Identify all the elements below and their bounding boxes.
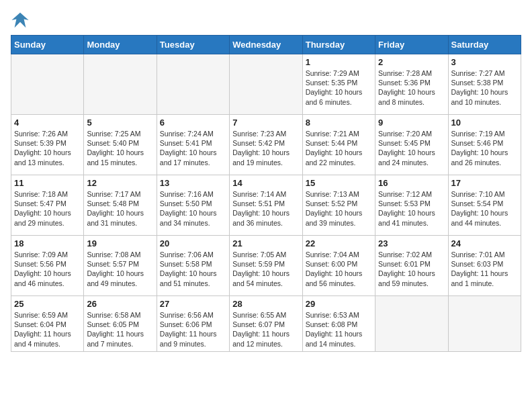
day-number: 14 xyxy=(232,178,299,188)
day-info: Sunrise: 7:08 AM Sunset: 5:57 PM Dayligh… xyxy=(87,250,153,288)
weekday-header: Tuesday xyxy=(157,36,229,54)
day-number: 20 xyxy=(160,238,226,248)
day-info: Sunrise: 7:17 AM Sunset: 5:48 PM Dayligh… xyxy=(87,189,153,228)
weekday-header: Friday xyxy=(375,36,448,54)
calendar-day-cell: 20Sunrise: 7:06 AM Sunset: 5:58 PM Dayli… xyxy=(157,236,229,296)
day-info: Sunrise: 7:14 AM Sunset: 5:51 PM Dayligh… xyxy=(232,189,299,228)
calendar-day-cell xyxy=(157,54,229,115)
calendar-day-cell: 1Sunrise: 7:29 AM Sunset: 5:35 PM Daylig… xyxy=(302,54,375,115)
calendar-day-cell: 6Sunrise: 7:24 AM Sunset: 5:41 PM Daylig… xyxy=(157,115,229,175)
calendar-week-row: 1Sunrise: 7:29 AM Sunset: 5:35 PM Daylig… xyxy=(11,54,521,115)
day-info: Sunrise: 7:13 AM Sunset: 5:52 PM Dayligh… xyxy=(306,189,372,228)
calendar-day-cell xyxy=(448,296,521,352)
day-info: Sunrise: 7:20 AM Sunset: 5:45 PM Dayligh… xyxy=(378,129,445,167)
calendar-day-cell: 11Sunrise: 7:18 AM Sunset: 5:47 PM Dayli… xyxy=(11,175,84,236)
day-info: Sunrise: 7:19 AM Sunset: 5:46 PM Dayligh… xyxy=(451,129,518,167)
weekday-header: Thursday xyxy=(302,36,375,54)
page-header xyxy=(11,11,521,30)
calendar-day-cell: 10Sunrise: 7:19 AM Sunset: 5:46 PM Dayli… xyxy=(448,115,521,175)
calendar-day-cell: 28Sunrise: 6:55 AM Sunset: 6:07 PM Dayli… xyxy=(230,296,302,352)
logo xyxy=(11,11,32,30)
calendar-day-cell: 8Sunrise: 7:21 AM Sunset: 5:44 PM Daylig… xyxy=(302,115,375,175)
day-number: 15 xyxy=(306,178,372,188)
calendar-day-cell: 18Sunrise: 7:09 AM Sunset: 5:56 PM Dayli… xyxy=(11,236,84,296)
day-number: 8 xyxy=(306,118,372,128)
calendar-day-cell: 14Sunrise: 7:14 AM Sunset: 5:51 PM Dayli… xyxy=(230,175,302,236)
calendar-week-row: 25Sunrise: 6:59 AM Sunset: 6:04 PM Dayli… xyxy=(11,296,521,352)
day-info: Sunrise: 7:18 AM Sunset: 5:47 PM Dayligh… xyxy=(14,189,81,228)
day-info: Sunrise: 7:27 AM Sunset: 5:38 PM Dayligh… xyxy=(451,68,518,107)
calendar-day-cell: 25Sunrise: 6:59 AM Sunset: 6:04 PM Dayli… xyxy=(11,296,84,352)
calendar-day-cell: 13Sunrise: 7:16 AM Sunset: 5:50 PM Dayli… xyxy=(157,175,229,236)
calendar-week-row: 4Sunrise: 7:26 AM Sunset: 5:39 PM Daylig… xyxy=(11,115,521,175)
day-number: 28 xyxy=(232,299,299,309)
day-info: Sunrise: 6:59 AM Sunset: 6:04 PM Dayligh… xyxy=(14,310,81,349)
svg-marker-0 xyxy=(11,13,28,28)
day-number: 19 xyxy=(87,238,153,248)
day-info: Sunrise: 7:23 AM Sunset: 5:42 PM Dayligh… xyxy=(232,129,299,167)
day-info: Sunrise: 7:05 AM Sunset: 5:59 PM Dayligh… xyxy=(232,250,299,288)
weekday-header: Saturday xyxy=(448,36,521,54)
calendar-day-cell: 21Sunrise: 7:05 AM Sunset: 5:59 PM Dayli… xyxy=(230,236,302,296)
day-number: 25 xyxy=(14,299,81,309)
calendar-day-cell: 3Sunrise: 7:27 AM Sunset: 5:38 PM Daylig… xyxy=(448,54,521,115)
day-number: 22 xyxy=(306,238,372,248)
day-number: 18 xyxy=(14,238,81,248)
day-number: 9 xyxy=(378,118,445,128)
calendar-day-cell: 9Sunrise: 7:20 AM Sunset: 5:45 PM Daylig… xyxy=(375,115,448,175)
calendar-day-cell: 26Sunrise: 6:58 AM Sunset: 6:05 PM Dayli… xyxy=(84,296,157,352)
day-number: 16 xyxy=(378,178,445,188)
day-info: Sunrise: 7:21 AM Sunset: 5:44 PM Dayligh… xyxy=(306,129,372,167)
day-number: 2 xyxy=(378,57,445,67)
calendar-day-cell: 19Sunrise: 7:08 AM Sunset: 5:57 PM Dayli… xyxy=(84,236,157,296)
day-info: Sunrise: 7:09 AM Sunset: 5:56 PM Dayligh… xyxy=(14,250,81,288)
day-number: 13 xyxy=(160,178,226,188)
day-info: Sunrise: 7:12 AM Sunset: 5:53 PM Dayligh… xyxy=(378,189,445,228)
calendar-day-cell xyxy=(375,296,448,352)
day-number: 12 xyxy=(87,178,153,188)
day-number: 27 xyxy=(160,299,226,309)
day-number: 11 xyxy=(14,178,81,188)
day-info: Sunrise: 7:29 AM Sunset: 5:35 PM Dayligh… xyxy=(306,68,372,107)
calendar-day-cell: 29Sunrise: 6:53 AM Sunset: 6:08 PM Dayli… xyxy=(302,296,375,352)
calendar-day-cell: 2Sunrise: 7:28 AM Sunset: 5:36 PM Daylig… xyxy=(375,54,448,115)
calendar-day-cell: 5Sunrise: 7:25 AM Sunset: 5:40 PM Daylig… xyxy=(84,115,157,175)
day-number: 5 xyxy=(87,118,153,128)
calendar-week-row: 11Sunrise: 7:18 AM Sunset: 5:47 PM Dayli… xyxy=(11,175,521,236)
day-number: 10 xyxy=(451,118,518,128)
day-number: 17 xyxy=(451,178,518,188)
day-info: Sunrise: 6:58 AM Sunset: 6:05 PM Dayligh… xyxy=(87,310,153,349)
calendar-day-cell: 17Sunrise: 7:10 AM Sunset: 5:54 PM Dayli… xyxy=(448,175,521,236)
calendar-day-cell xyxy=(84,54,157,115)
calendar-header: SundayMondayTuesdayWednesdayThursdayFrid… xyxy=(11,36,521,54)
calendar-day-cell: 7Sunrise: 7:23 AM Sunset: 5:42 PM Daylig… xyxy=(230,115,302,175)
calendar-day-cell: 4Sunrise: 7:26 AM Sunset: 5:39 PM Daylig… xyxy=(11,115,84,175)
calendar-day-cell xyxy=(230,54,302,115)
logo-bird-icon xyxy=(11,11,30,30)
calendar-week-row: 18Sunrise: 7:09 AM Sunset: 5:56 PM Dayli… xyxy=(11,236,521,296)
day-info: Sunrise: 7:25 AM Sunset: 5:40 PM Dayligh… xyxy=(87,129,153,167)
day-number: 23 xyxy=(378,238,445,248)
day-info: Sunrise: 7:06 AM Sunset: 5:58 PM Dayligh… xyxy=(160,250,226,288)
day-info: Sunrise: 7:16 AM Sunset: 5:50 PM Dayligh… xyxy=(160,189,226,228)
calendar-day-cell: 15Sunrise: 7:13 AM Sunset: 5:52 PM Dayli… xyxy=(302,175,375,236)
day-info: Sunrise: 6:56 AM Sunset: 6:06 PM Dayligh… xyxy=(160,310,226,349)
day-number: 26 xyxy=(87,299,153,309)
day-number: 29 xyxy=(306,299,372,309)
calendar-day-cell xyxy=(11,54,84,115)
weekday-header: Monday xyxy=(84,36,157,54)
day-info: Sunrise: 7:04 AM Sunset: 6:00 PM Dayligh… xyxy=(306,250,372,288)
day-number: 7 xyxy=(232,118,299,128)
day-number: 6 xyxy=(160,118,226,128)
day-info: Sunrise: 6:53 AM Sunset: 6:08 PM Dayligh… xyxy=(306,310,372,349)
calendar-table: SundayMondayTuesdayWednesdayThursdayFrid… xyxy=(11,35,521,352)
day-number: 1 xyxy=(306,57,372,67)
day-number: 21 xyxy=(232,238,299,248)
day-info: Sunrise: 7:28 AM Sunset: 5:36 PM Dayligh… xyxy=(378,68,445,107)
calendar-day-cell: 16Sunrise: 7:12 AM Sunset: 5:53 PM Dayli… xyxy=(375,175,448,236)
calendar-day-cell: 27Sunrise: 6:56 AM Sunset: 6:06 PM Dayli… xyxy=(157,296,229,352)
day-info: Sunrise: 7:01 AM Sunset: 6:03 PM Dayligh… xyxy=(451,250,518,288)
day-info: Sunrise: 7:26 AM Sunset: 5:39 PM Dayligh… xyxy=(14,129,81,167)
calendar-day-cell: 12Sunrise: 7:17 AM Sunset: 5:48 PM Dayli… xyxy=(84,175,157,236)
day-number: 3 xyxy=(451,57,518,67)
